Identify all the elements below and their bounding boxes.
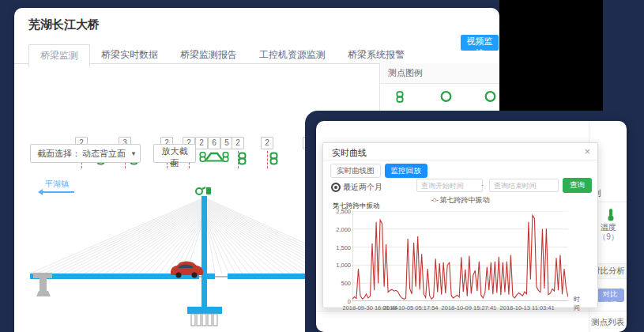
y-tick-label: 2,500 bbox=[325, 208, 351, 215]
y-tick-label: 2,000 bbox=[325, 226, 351, 233]
point-legend-title: 测点图例 bbox=[380, 63, 500, 84]
x-axis-name: 时间 bbox=[574, 295, 580, 312]
x-tick-label: 2018-10-13 11:03:41 bbox=[500, 304, 555, 311]
pylon-top-sensor-icons bbox=[196, 187, 211, 194]
abutment bbox=[33, 273, 52, 296]
bridge-sensor-strip: 2322265 2242 bbox=[14, 70, 378, 111]
main-tab-2[interactable]: 桥梁实时数据 bbox=[90, 44, 169, 66]
dialog-tabs: 实时曲线图监控回放 bbox=[330, 164, 427, 178]
chain-sensor-icon bbox=[396, 90, 404, 107]
range-separator: - bbox=[481, 181, 484, 189]
main-tabs: 桥梁监测桥梁实时数据桥梁监测报告工控机资源监测桥梁系统报警 bbox=[28, 44, 416, 66]
black-background-region bbox=[499, 0, 603, 115]
dialog-title: 实时曲线 bbox=[332, 147, 367, 159]
overlay-window-card: 例 温度 （9） 对比分析 对比分析 测点列表 实时曲线 × 实时曲线图监控回放… bbox=[316, 121, 627, 332]
chevron-down-icon: ▼ bbox=[130, 150, 137, 157]
dialog-tab-1[interactable]: 实时曲线图 bbox=[330, 164, 381, 178]
recent-two-months-radio[interactable] bbox=[331, 183, 341, 192]
query-button[interactable]: 查询 bbox=[563, 178, 592, 193]
section-select-label: 截面选择： bbox=[31, 148, 82, 160]
x-tick-label: 2018-10-05 05:17:54 bbox=[383, 304, 439, 311]
query-start-time-input[interactable] bbox=[416, 179, 483, 192]
page-title: 芜湖长江大桥 bbox=[28, 17, 100, 32]
thermometer-icon bbox=[607, 208, 615, 221]
point-legend-icons bbox=[380, 90, 500, 106]
recent-two-months-label: 最近两个月 bbox=[343, 182, 382, 193]
main-tab-bar: 桥梁监测桥梁实时数据桥梁监测报告工控机资源监测桥梁系统报警 视频监控 bbox=[14, 44, 499, 64]
legend-series-label: 第七跨跨中振动 bbox=[439, 196, 489, 204]
query-end-time-input[interactable] bbox=[489, 179, 559, 192]
overlay-window: 例 温度 （9） 对比分析 对比分析 测点列表 实时曲线 × 实时曲线图监控回放… bbox=[305, 111, 644, 332]
main-tab-1[interactable]: 桥梁监测 bbox=[28, 44, 90, 67]
vibration-chart: 05001,0001,5002,0002,500 2018-09-30 16:0… bbox=[352, 211, 568, 301]
main-tab-3[interactable]: 桥梁监测报告 bbox=[169, 44, 248, 66]
close-icon[interactable]: × bbox=[584, 145, 590, 157]
dialog-tab-2[interactable]: 监控回放 bbox=[385, 164, 427, 178]
section-select-value[interactable]: 动态背立面 bbox=[82, 148, 129, 160]
chain-sensor-icon[interactable] bbox=[238, 152, 247, 168]
section-select-group[interactable]: 截面选择： 动态背立面 ▼ bbox=[30, 144, 141, 163]
legend-marker-icon: -○- bbox=[431, 196, 438, 204]
y-tick-label: 1,000 bbox=[325, 262, 351, 269]
round-sensor-icon bbox=[484, 90, 496, 105]
compare-analysis-button[interactable]: 对比分析 bbox=[596, 289, 624, 302]
chart-plot-area bbox=[352, 211, 568, 301]
point-legend-panel: 测点图例 bbox=[379, 63, 500, 112]
pile-foundation bbox=[191, 314, 217, 326]
chain-sensor-icon[interactable] bbox=[269, 152, 278, 168]
dialog-title-bar: 实时曲线 × bbox=[323, 143, 597, 160]
point-list-fragment: 测点列表 bbox=[591, 317, 624, 328]
video-monitor-button[interactable]: 视频监控 bbox=[461, 35, 499, 51]
main-tab-4[interactable]: 工控机资源监测 bbox=[248, 44, 337, 66]
x-tick-label: 2018-10-09 15:27:41 bbox=[442, 304, 497, 311]
y-tick-label: 1,500 bbox=[325, 244, 351, 251]
y-tick-label: 500 bbox=[325, 280, 351, 287]
round-sensor-icon bbox=[440, 90, 452, 105]
enlarge-section-button[interactable]: 放大截面 bbox=[153, 144, 196, 163]
expansion-joint-sensor-group[interactable]: 265 bbox=[195, 134, 233, 167]
realtime-curve-dialog: 实时曲线 × 实时曲线图监控回放 最近两个月 - 查询 -○- 第七跨跨中振动 … bbox=[322, 142, 598, 308]
